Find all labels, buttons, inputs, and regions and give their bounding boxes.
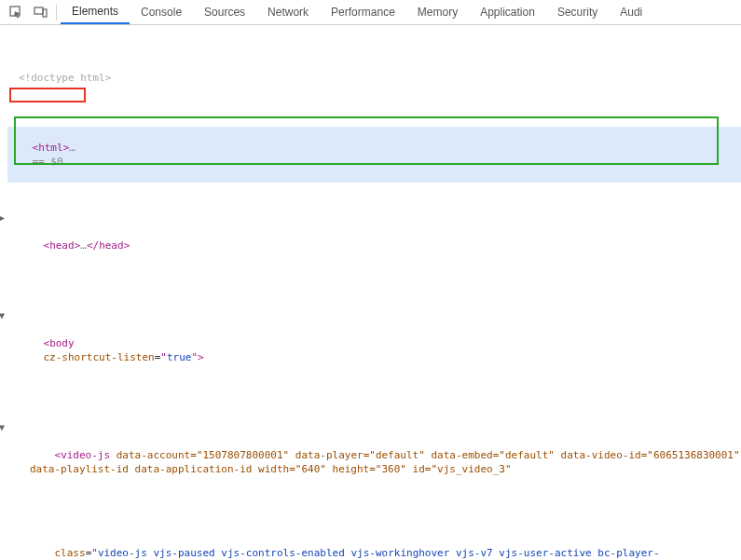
toolbar-separator	[56, 5, 57, 20]
head-line[interactable]: ▶ <head>…</head>	[7, 211, 741, 266]
body-open-line[interactable]: ▼ <body cz-shortcut-listen="true">	[7, 308, 741, 378]
html-open-line[interactable]: <html>… == $0	[7, 127, 741, 183]
tab-application[interactable]: Application	[469, 0, 546, 24]
tab-performance[interactable]: Performance	[320, 0, 406, 24]
caret-right-icon[interactable]: ▶	[0, 211, 5, 225]
tab-sources[interactable]: Sources	[193, 0, 256, 24]
tab-network[interactable]: Network	[256, 0, 320, 24]
device-icon[interactable]	[28, 0, 52, 24]
svg-rect-2	[43, 9, 47, 17]
panel-tabs: Elements Console Sources Network Perform…	[61, 0, 653, 24]
videojs-class-line[interactable]: class="video-js vjs-paused vjs-controls-…	[7, 532, 741, 560]
tab-elements[interactable]: Elements	[61, 0, 130, 24]
svg-rect-1	[34, 7, 43, 14]
tab-console[interactable]: Console	[130, 0, 193, 24]
doctype-line[interactable]: <!doctype html>	[7, 71, 741, 85]
tab-security[interactable]: Security	[546, 0, 609, 24]
devtools-toolbar: Elements Console Sources Network Perform…	[0, 0, 741, 25]
elements-tree[interactable]: <!doctype html> <html>… == $0 ▶ <head>…<…	[0, 25, 741, 560]
tab-audits[interactable]: Audi	[609, 0, 653, 24]
caret-down-icon[interactable]: ▼	[0, 420, 5, 434]
videojs-open-line[interactable]: ▼ <video-js data-account="1507807800001"…	[7, 420, 741, 490]
caret-down-icon[interactable]: ▼	[0, 308, 5, 322]
inspect-icon[interactable]	[4, 0, 28, 24]
tab-memory[interactable]: Memory	[406, 0, 469, 24]
